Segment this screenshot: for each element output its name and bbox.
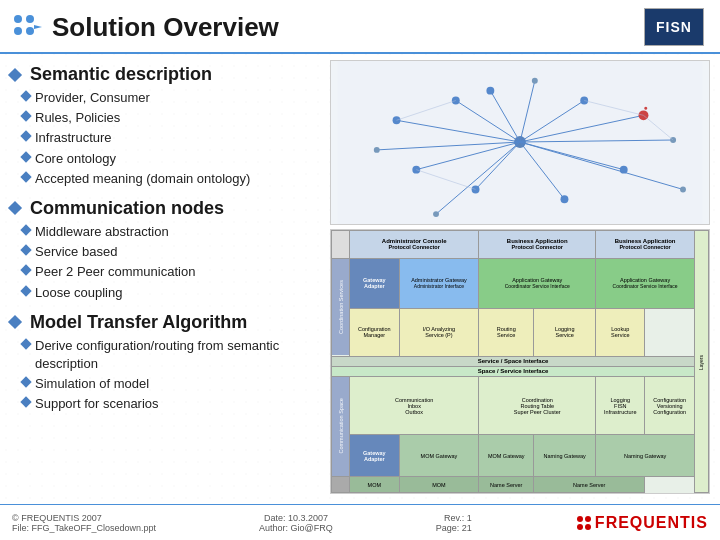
main-container: Solution Overview FISN Semantic descript… <box>0 0 720 540</box>
header: Solution Overview FISN <box>0 0 720 54</box>
list-item: Support for scenarios <box>22 395 320 413</box>
svg-point-40 <box>577 516 583 522</box>
arch-diagram: Administrator ConsoleProtocol Connector … <box>330 229 710 494</box>
bullet-list-communication: Middleware abstraction Service based Pee… <box>10 223 320 302</box>
footer-left: © FREQUENTIS 2007 File: FFG_TakeOFF_Clos… <box>12 513 156 533</box>
diamond-icon-model <box>8 315 22 329</box>
bullet-list-model: Derive configuration/routing from semant… <box>10 337 320 414</box>
frequentis-logo: FREQUENTIS <box>575 514 708 532</box>
date-text: Date: 10.3.2007 <box>264 513 328 523</box>
copyright-text: © FREQUENTIS 2007 <box>12 513 156 523</box>
network-svg: ● <box>331 61 709 224</box>
svg-point-26 <box>374 147 380 153</box>
section-title-communication: Communication nodes <box>10 198 320 219</box>
header-icon <box>10 11 42 43</box>
list-item: Infrastructure <box>22 129 320 147</box>
section-model: Model Transfer Algorithm Derive configur… <box>10 312 320 414</box>
section-title-model: Model Transfer Algorithm <box>10 312 320 333</box>
bullet-diamond <box>20 338 31 349</box>
svg-point-2 <box>14 27 22 35</box>
bullet-diamond <box>20 224 31 235</box>
bullet-list-semantic: Provider, Consumer Rules, Policies Infra… <box>10 89 320 188</box>
bullet-diamond <box>20 151 31 162</box>
page-title: Solution Overview <box>52 12 644 43</box>
author-text: Author: Gio@FRQ <box>259 523 333 533</box>
list-item: Peer 2 Peer communication <box>22 263 320 281</box>
bullet-diamond <box>20 171 31 182</box>
diamond-icon-comm <box>8 201 22 215</box>
diamond-icon-semantic <box>8 67 22 81</box>
svg-point-41 <box>585 516 591 522</box>
list-item: Derive configuration/routing from semant… <box>22 337 320 373</box>
bullet-diamond <box>20 111 31 122</box>
list-item: Provider, Consumer <box>22 89 320 107</box>
svg-text:●: ● <box>643 104 647 111</box>
list-item: Middleware abstraction <box>22 223 320 241</box>
list-item: Accepted meaning (domain ontology) <box>22 170 320 188</box>
section-semantic: Semantic description Provider, Consumer … <box>10 64 320 188</box>
list-item: Loose coupling <box>22 284 320 302</box>
svg-point-10 <box>393 116 401 124</box>
svg-point-3 <box>26 27 34 35</box>
bullet-diamond <box>20 397 31 408</box>
svg-point-43 <box>585 524 591 530</box>
svg-point-42 <box>577 524 583 530</box>
section-communication: Communication nodes Middleware abstracti… <box>10 198 320 302</box>
network-diagram: ● <box>330 60 710 225</box>
arch-table: Administrator ConsoleProtocol Connector … <box>331 230 709 493</box>
footer: © FREQUENTIS 2007 File: FFG_TakeOFF_Clos… <box>0 504 720 540</box>
bullet-diamond <box>20 244 31 255</box>
left-column: Semantic description Provider, Consumer … <box>10 60 320 494</box>
freq-logo-text: FREQUENTIS <box>595 514 708 532</box>
list-item: Core ontology <box>22 150 320 168</box>
page-text: Page: 21 <box>436 523 472 533</box>
list-item: Rules, Policies <box>22 109 320 127</box>
footer-center: Date: 10.3.2007 Author: Gio@FRQ <box>259 513 333 533</box>
bullet-diamond <box>20 376 31 387</box>
bullet-diamond <box>20 265 31 276</box>
right-column: ● Administrator ConsoleProtocol Connecto… <box>330 60 710 494</box>
list-item: Simulation of model <box>22 375 320 393</box>
footer-right: Rev.: 1 Page: 21 <box>436 513 472 533</box>
section-title-semantic: Semantic description <box>10 64 320 85</box>
file-text: File: FFG_TakeOFF_Closedown.ppt <box>12 523 156 533</box>
svg-point-0 <box>14 15 22 23</box>
freq-logo-icon <box>575 514 593 532</box>
svg-point-32 <box>680 186 686 192</box>
svg-point-28 <box>532 78 538 84</box>
bullet-diamond <box>20 285 31 296</box>
bullet-diamond <box>20 131 31 142</box>
svg-point-34 <box>433 211 439 217</box>
svg-point-1 <box>26 15 34 23</box>
content-area: Semantic description Provider, Consumer … <box>0 54 720 494</box>
fisn-logo: FISN <box>644 8 704 46</box>
rev-text: Rev.: 1 <box>444 513 472 523</box>
bullet-diamond <box>20 90 31 101</box>
svg-point-22 <box>561 195 569 203</box>
svg-marker-4 <box>34 25 42 29</box>
list-item: Service based <box>22 243 320 261</box>
svg-point-24 <box>486 87 494 95</box>
